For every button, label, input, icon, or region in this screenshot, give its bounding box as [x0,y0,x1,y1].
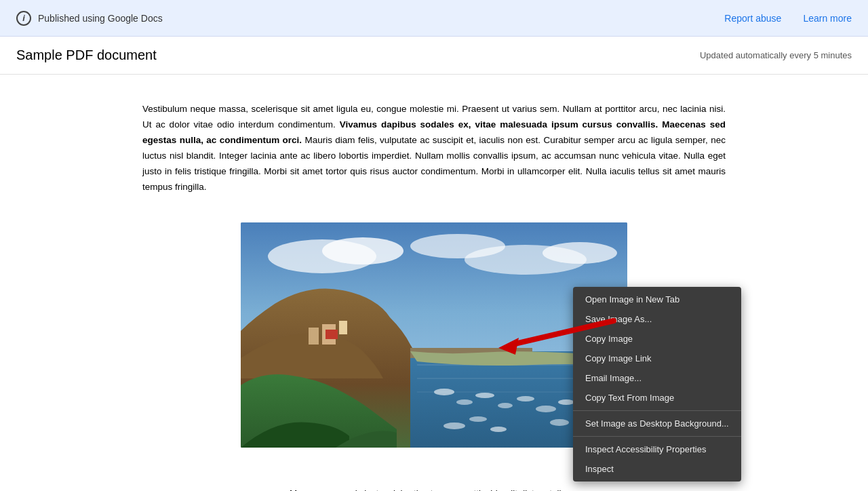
svg-rect-10 [309,328,319,345]
svg-point-19 [517,396,534,401]
context-menu-save-image[interactable]: Save Image As... [573,309,741,329]
context-menu-inspect-accessibility[interactable]: Inspect Accessibility Properties [573,439,741,459]
svg-point-20 [536,406,556,412]
svg-point-17 [475,393,494,398]
svg-point-5 [542,242,617,264]
svg-rect-13 [326,330,338,339]
bottom-paragraph: Maecenas mauris lectus, lobortis et puru… [142,488,726,491]
context-menu-open-new-tab[interactable]: Open Image in New Tab [573,290,741,309]
svg-point-16 [456,399,473,405]
report-abuse-link[interactable]: Report abuse [724,13,781,24]
svg-point-18 [498,403,513,408]
context-menu-copy-text[interactable]: Copy Text From Image [573,388,741,408]
svg-point-26 [550,419,569,426]
top-bar-right: Report abuse Learn more [724,13,852,24]
svg-point-24 [469,416,487,422]
doc-paragraph: Vestibulum neque massa, scelerisque sit … [142,102,726,195]
svg-point-23 [443,423,465,429]
context-menu-divider-2 [573,436,741,437]
context-menu-set-desktop[interactable]: Set Image as Desktop Background... [573,414,741,433]
top-bar: i Published using Google Docs Report abu… [0,0,868,37]
learn-more-link[interactable]: Learn more [803,13,852,24]
image-container: Open Image in New Tab Save Image As... C… [241,222,627,448]
context-menu-divider-1 [573,410,741,411]
svg-point-2 [322,237,403,264]
svg-point-25 [490,427,507,432]
doc-header: Sample PDF document Updated automaticall… [0,37,868,75]
doc-title: Sample PDF document [16,47,157,63]
info-icon: i [16,11,31,26]
svg-point-21 [558,399,574,405]
doc-update-status: Updated automatically every 5 minutes [700,50,852,60]
context-menu-copy-image[interactable]: Copy Image [573,329,741,349]
svg-rect-12 [339,321,347,334]
context-menu-inspect[interactable]: Inspect [573,459,741,479]
context-menu-copy-image-link[interactable]: Copy Image Link [573,349,741,368]
landscape-image[interactable] [241,222,627,448]
bold-text: Vivamus dapibus sodales ex, vitae malesu… [142,119,726,145]
main-content: Vestibulum neque massa, scelerisque sit … [129,75,739,491]
top-bar-title: Published using Google Docs [38,13,163,24]
context-menu: Open Image in New Tab Save Image As... C… [573,287,741,482]
svg-point-15 [434,389,454,395]
context-menu-email-image[interactable]: Email Image... [573,368,741,388]
top-bar-left: i Published using Google Docs [16,11,163,26]
